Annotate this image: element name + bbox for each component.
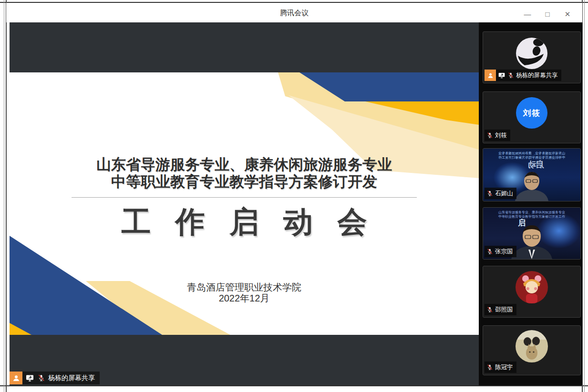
window-titlebar: 腾讯会议 — □ ✕	[6, 3, 582, 22]
participants-sidebar: 杨栋的屏幕共享 刘筱 刘筱	[479, 22, 582, 385]
cartoon-avatar	[516, 271, 548, 303]
member-icon	[10, 372, 22, 384]
mic-muted-icon	[486, 248, 493, 255]
mic-muted-icon	[507, 72, 514, 79]
participant-tile-yangdong[interactable]: 杨栋的屏幕共享	[483, 31, 581, 83]
maximize-icon[interactable]: □	[543, 10, 552, 18]
participant-name: 刘筱	[495, 131, 507, 140]
participant-tile-chenguanyu[interactable]: 陈冠宇	[483, 325, 581, 375]
screen-share-icon	[498, 71, 505, 79]
mic-muted-icon	[486, 306, 493, 313]
pets-photo-avatar	[516, 330, 548, 362]
video-overlay-text: 山东省导游服务专业、康养休闲旅游服务专业 中等职业教育专业教学指导方案修订开发工…	[483, 151, 580, 160]
participant-tile-zhangzongguo[interactable]: 山东省导游服务专业、康养休闲旅游服务专业 中等职业教育专业教学指导方案修订开发工…	[483, 207, 581, 260]
avatar-initials: 刘筱	[516, 97, 547, 129]
frame-line-right-outer	[584, 0, 585, 392]
participant-label: 陈冠宇	[485, 362, 516, 373]
screen-share-banner-label: 杨栋的屏幕共享	[48, 374, 95, 382]
participant-name: 邵照国	[495, 306, 513, 314]
participant-name: 石媚山	[495, 190, 513, 198]
participant-tile-shaozhaoguo[interactable]: 邵照国	[483, 266, 581, 318]
shared-slide: 山东省导游服务专业、康养休闲旅游服务专业 中等职业教育专业教学指导方案修订开发 …	[10, 72, 479, 335]
slide-title-line2: 中等职业教育专业教学指导方案修订开发	[10, 173, 479, 191]
close-icon[interactable]: ✕	[563, 10, 572, 18]
slide-org: 青岛酒店管理职业技术学院	[10, 282, 479, 293]
screen-share-icon	[25, 373, 34, 382]
participant-label: 张宗国	[485, 246, 516, 257]
window-controls: — □ ✕	[523, 10, 572, 18]
member-icon	[485, 70, 496, 81]
panda-avatar	[516, 38, 547, 69]
participant-label: 石媚山	[485, 188, 516, 199]
frame-line-left	[6, 0, 7, 392]
video-overlay-headline: 启动	[528, 159, 544, 170]
participant-label: 邵照国	[485, 304, 516, 315]
participant-name: 张宗国	[495, 248, 513, 256]
mic-muted-icon	[486, 132, 493, 139]
participant-label: 杨栋的屏幕共享	[485, 70, 561, 81]
slide-title: 山东省导游服务专业、康养休闲旅游服务专业 中等职业教育专业教学指导方案修订开发	[10, 156, 479, 191]
mic-muted-icon	[37, 374, 45, 382]
participant-label: 刘筱	[485, 130, 510, 141]
window-title: 腾讯会议	[6, 9, 582, 18]
screen-share-banner: 杨栋的屏幕共享	[10, 372, 100, 384]
slide-date: 2022年12月	[10, 293, 479, 304]
initials-avatar: 刘筱	[516, 97, 547, 129]
mic-muted-icon	[486, 190, 493, 197]
shared-screen-top-band	[10, 22, 479, 72]
mic-muted-icon	[486, 364, 493, 371]
participant-tile-shimeishan[interactable]: 山东省导游服务专业、康养休闲旅游服务专业 中等职业教育专业教学指导方案修订开发工…	[483, 148, 581, 201]
slide-footer: 青岛酒店管理职业技术学院 2022年12月	[10, 282, 479, 304]
participant-tile-liuxiao[interactable]: 刘筱 刘筱	[483, 91, 581, 143]
video-overlay-text: 山东省导游服务专业、康养休闲旅游服务专业 中等职业教育专业教学指导方案修订开发工…	[483, 210, 580, 219]
participant-name: 陈冠宇	[495, 363, 513, 372]
slide-title-line1: 山东省导游服务专业、康养休闲旅游服务专业	[10, 156, 479, 173]
frame-line-bottom	[0, 385, 588, 386]
slide-divider-line	[72, 197, 417, 198]
tencent-meeting-window: { "window": { "title": "腾讯会议", "controls…	[0, 0, 588, 392]
frame-line-left-outer	[4, 0, 4, 392]
participant-name: 杨栋的屏幕共享	[516, 71, 558, 80]
minimize-icon[interactable]: —	[523, 10, 532, 18]
slide-heading: 工 作 启 动 会	[10, 202, 479, 242]
